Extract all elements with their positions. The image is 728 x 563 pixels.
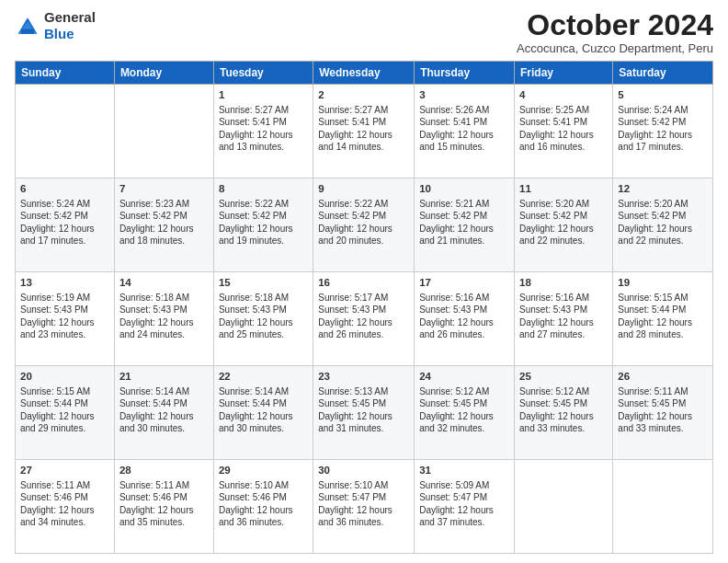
day-info: Sunrise: 5:11 AM Sunset: 5:46 PM Dayligh… [119,479,209,529]
day-number: 31 [419,464,509,478]
table-row [16,85,115,178]
table-row: 5Sunrise: 5:24 AM Sunset: 5:42 PM Daylig… [613,85,713,178]
day-info: Sunrise: 5:11 AM Sunset: 5:45 PM Dayligh… [618,385,708,435]
table-row: 22Sunrise: 5:14 AM Sunset: 5:44 PM Dayli… [213,366,313,460]
day-info: Sunrise: 5:12 AM Sunset: 5:45 PM Dayligh… [519,385,608,435]
day-info: Sunrise: 5:17 AM Sunset: 5:43 PM Dayligh… [318,292,409,341]
day-number: 9 [318,182,409,197]
col-wednesday: Wednesday [313,62,415,85]
day-number: 13 [20,276,109,291]
day-number: 20 [20,370,109,385]
table-row: 27Sunrise: 5:11 AM Sunset: 5:46 PM Dayli… [16,460,115,554]
day-info: Sunrise: 5:25 AM Sunset: 5:41 PM Dayligh… [519,104,608,154]
header: General Blue October 2024 Accocunca, Cuz… [15,9,713,55]
table-row: 15Sunrise: 5:18 AM Sunset: 5:43 PM Dayli… [213,272,313,366]
table-row: 8Sunrise: 5:22 AM Sunset: 5:42 PM Daylig… [213,178,313,272]
day-number: 15 [219,276,308,291]
logo-blue: Blue [44,26,96,42]
day-number: 12 [618,182,708,197]
calendar-table: Sunday Monday Tuesday Wednesday Thursday… [15,61,713,554]
day-number: 19 [618,276,708,291]
logo-text: General Blue [44,9,96,42]
table-row [613,460,713,554]
day-info: Sunrise: 5:10 AM Sunset: 5:46 PM Dayligh… [219,479,308,529]
table-row: 31Sunrise: 5:09 AM Sunset: 5:47 PM Dayli… [415,460,515,554]
calendar-week-row: 1Sunrise: 5:27 AM Sunset: 5:41 PM Daylig… [16,85,713,178]
day-number: 23 [318,370,409,385]
day-info: Sunrise: 5:21 AM Sunset: 5:42 PM Dayligh… [419,198,509,247]
day-info: Sunrise: 5:18 AM Sunset: 5:43 PM Dayligh… [119,292,209,341]
day-number: 7 [119,182,209,197]
col-friday: Friday [515,62,613,85]
day-number: 27 [20,464,109,478]
table-row [515,460,613,554]
title-area: October 2024 Accocunca, Cuzco Department… [517,9,713,55]
day-info: Sunrise: 5:16 AM Sunset: 5:43 PM Dayligh… [419,292,509,341]
table-row: 28Sunrise: 5:11 AM Sunset: 5:46 PM Dayli… [114,460,213,554]
day-number: 8 [219,182,308,197]
day-info: Sunrise: 5:13 AM Sunset: 5:45 PM Dayligh… [318,385,409,435]
day-number: 4 [519,88,608,103]
col-saturday: Saturday [613,62,713,85]
day-info: Sunrise: 5:19 AM Sunset: 5:43 PM Dayligh… [20,292,109,341]
logo: General Blue [15,9,96,42]
table-row [114,85,213,178]
table-row: 12Sunrise: 5:20 AM Sunset: 5:42 PM Dayli… [613,178,713,272]
table-row: 7Sunrise: 5:23 AM Sunset: 5:42 PM Daylig… [114,178,213,272]
day-number: 2 [318,88,409,103]
table-row: 23Sunrise: 5:13 AM Sunset: 5:45 PM Dayli… [313,366,415,460]
table-row: 13Sunrise: 5:19 AM Sunset: 5:43 PM Dayli… [16,272,115,366]
day-number: 10 [419,182,509,197]
table-row: 11Sunrise: 5:20 AM Sunset: 5:42 PM Dayli… [515,178,613,272]
col-monday: Monday [114,62,213,85]
day-number: 1 [219,88,308,103]
day-info: Sunrise: 5:20 AM Sunset: 5:42 PM Dayligh… [618,198,708,247]
table-row: 4Sunrise: 5:25 AM Sunset: 5:41 PM Daylig… [515,85,613,178]
day-number: 5 [618,88,708,103]
col-sunday: Sunday [16,62,115,85]
table-row: 2Sunrise: 5:27 AM Sunset: 5:41 PM Daylig… [313,85,415,178]
day-info: Sunrise: 5:20 AM Sunset: 5:42 PM Dayligh… [519,198,608,247]
table-row: 16Sunrise: 5:17 AM Sunset: 5:43 PM Dayli… [313,272,415,366]
logo-icon [15,13,40,39]
day-info: Sunrise: 5:27 AM Sunset: 5:41 PM Dayligh… [219,104,308,154]
table-row: 25Sunrise: 5:12 AM Sunset: 5:45 PM Dayli… [515,366,613,460]
subtitle: Accocunca, Cuzco Department, Peru [517,41,713,55]
table-row: 30Sunrise: 5:10 AM Sunset: 5:47 PM Dayli… [313,460,415,554]
day-info: Sunrise: 5:15 AM Sunset: 5:44 PM Dayligh… [20,385,109,435]
day-info: Sunrise: 5:12 AM Sunset: 5:45 PM Dayligh… [419,385,509,435]
day-number: 11 [519,182,608,197]
table-row: 10Sunrise: 5:21 AM Sunset: 5:42 PM Dayli… [415,178,515,272]
svg-rect-2 [21,29,34,34]
col-tuesday: Tuesday [213,62,313,85]
day-number: 24 [419,370,509,385]
day-info: Sunrise: 5:22 AM Sunset: 5:42 PM Dayligh… [219,198,308,247]
day-info: Sunrise: 5:23 AM Sunset: 5:42 PM Dayligh… [119,198,209,247]
table-row: 3Sunrise: 5:26 AM Sunset: 5:41 PM Daylig… [415,85,515,178]
table-row: 6Sunrise: 5:24 AM Sunset: 5:42 PM Daylig… [16,178,115,272]
table-row: 17Sunrise: 5:16 AM Sunset: 5:43 PM Dayli… [415,272,515,366]
calendar-week-row: 6Sunrise: 5:24 AM Sunset: 5:42 PM Daylig… [16,178,713,272]
day-info: Sunrise: 5:22 AM Sunset: 5:42 PM Dayligh… [318,198,409,247]
day-number: 29 [219,464,308,478]
day-info: Sunrise: 5:09 AM Sunset: 5:47 PM Dayligh… [419,479,509,529]
day-info: Sunrise: 5:24 AM Sunset: 5:42 PM Dayligh… [20,198,109,247]
table-row: 19Sunrise: 5:15 AM Sunset: 5:44 PM Dayli… [613,272,713,366]
day-info: Sunrise: 5:26 AM Sunset: 5:41 PM Dayligh… [419,104,509,154]
table-row: 14Sunrise: 5:18 AM Sunset: 5:43 PM Dayli… [114,272,213,366]
day-number: 28 [119,464,209,478]
day-info: Sunrise: 5:10 AM Sunset: 5:47 PM Dayligh… [318,479,409,529]
day-info: Sunrise: 5:11 AM Sunset: 5:46 PM Dayligh… [20,479,109,529]
day-number: 21 [119,370,209,385]
table-row: 24Sunrise: 5:12 AM Sunset: 5:45 PM Dayli… [415,366,515,460]
day-number: 6 [20,182,109,197]
logo-general: General [44,9,96,26]
day-info: Sunrise: 5:24 AM Sunset: 5:42 PM Dayligh… [618,104,708,154]
month-title: October 2024 [517,9,713,41]
table-row: 1Sunrise: 5:27 AM Sunset: 5:41 PM Daylig… [213,85,313,178]
page: General Blue October 2024 Accocunca, Cuz… [0,0,728,563]
table-row: 26Sunrise: 5:11 AM Sunset: 5:45 PM Dayli… [613,366,713,460]
day-number: 17 [419,276,509,291]
day-number: 16 [318,276,409,291]
day-info: Sunrise: 5:14 AM Sunset: 5:44 PM Dayligh… [119,385,209,435]
